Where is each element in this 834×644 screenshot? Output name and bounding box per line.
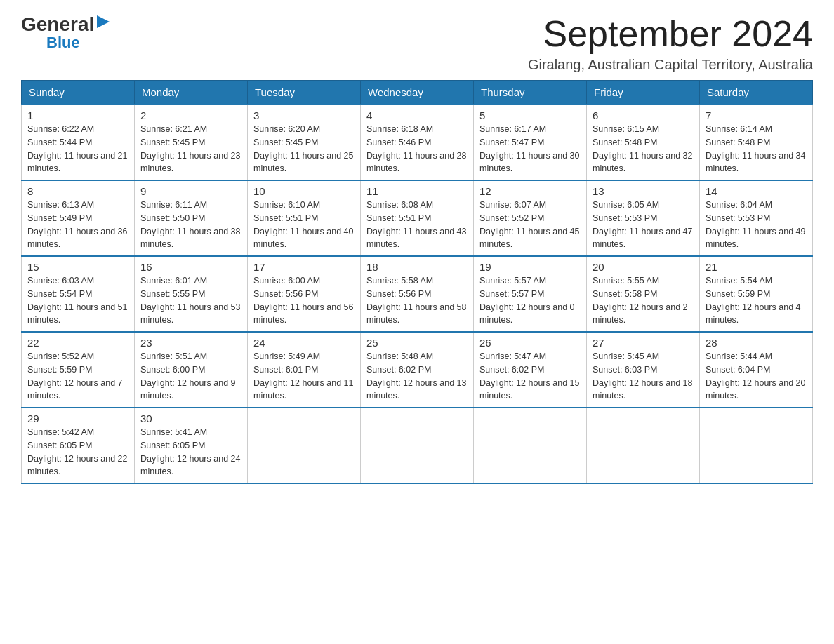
logo-general-text: General [21, 15, 94, 34]
calendar-cell: 9 Sunrise: 6:11 AM Sunset: 5:50 PM Dayli… [135, 180, 248, 256]
day-number: 9 [140, 185, 241, 197]
day-number: 17 [253, 261, 355, 273]
calendar-header-friday: Friday [587, 81, 700, 105]
title-section: September 2024 Giralang, Australian Capi… [528, 14, 813, 73]
day-number: 14 [706, 185, 807, 197]
day-info: Sunrise: 6:10 AM Sunset: 5:51 PM Dayligh… [253, 199, 355, 251]
logo-triangle-icon [95, 14, 111, 29]
calendar-cell [248, 408, 361, 483]
day-number: 7 [706, 109, 807, 121]
logo-blue-text: Blue [46, 35, 80, 51]
day-info: Sunrise: 5:52 AM Sunset: 5:59 PM Dayligh… [27, 350, 128, 403]
day-info: Sunrise: 5:57 AM Sunset: 5:57 PM Dayligh… [479, 274, 581, 327]
calendar-cell: 2 Sunrise: 6:21 AM Sunset: 5:45 PM Dayli… [135, 105, 248, 180]
day-number: 11 [366, 185, 468, 197]
day-number: 8 [27, 185, 128, 197]
calendar-cell: 10 Sunrise: 6:10 AM Sunset: 5:51 PM Dayl… [248, 180, 361, 256]
calendar-cell [700, 408, 813, 483]
calendar-cell: 22 Sunrise: 5:52 AM Sunset: 5:59 PM Dayl… [22, 332, 135, 408]
calendar-cell: 30 Sunrise: 5:41 AM Sunset: 6:05 PM Dayl… [135, 408, 248, 483]
location-subtitle: Giralang, Australian Capital Territory, … [528, 57, 813, 73]
calendar-cell: 15 Sunrise: 6:03 AM Sunset: 5:54 PM Dayl… [22, 256, 135, 332]
calendar-cell: 24 Sunrise: 5:49 AM Sunset: 6:01 PM Dayl… [248, 332, 361, 408]
calendar-cell: 20 Sunrise: 5:55 AM Sunset: 5:58 PM Dayl… [587, 256, 700, 332]
calendar-table: SundayMondayTuesdayWednesdayThursdayFrid… [21, 80, 813, 484]
calendar-header-wednesday: Wednesday [361, 81, 474, 105]
day-info: Sunrise: 6:15 AM Sunset: 5:48 PM Dayligh… [593, 123, 694, 175]
day-number: 28 [706, 337, 807, 349]
day-info: Sunrise: 6:07 AM Sunset: 5:52 PM Dayligh… [479, 199, 581, 251]
day-number: 16 [140, 261, 241, 273]
day-info: Sunrise: 6:08 AM Sunset: 5:51 PM Dayligh… [366, 199, 468, 251]
day-info: Sunrise: 6:14 AM Sunset: 5:48 PM Dayligh… [706, 123, 807, 175]
calendar-cell: 1 Sunrise: 6:22 AM Sunset: 5:44 PM Dayli… [22, 105, 135, 180]
calendar-cell: 16 Sunrise: 6:01 AM Sunset: 5:55 PM Dayl… [135, 256, 248, 332]
calendar-cell: 19 Sunrise: 5:57 AM Sunset: 5:57 PM Dayl… [474, 256, 587, 332]
day-number: 29 [27, 412, 128, 424]
day-number: 6 [593, 109, 694, 121]
day-info: Sunrise: 6:00 AM Sunset: 5:56 PM Dayligh… [253, 274, 355, 327]
calendar-cell: 3 Sunrise: 6:20 AM Sunset: 5:45 PM Dayli… [248, 105, 361, 180]
day-number: 21 [706, 261, 807, 273]
calendar-cell: 4 Sunrise: 6:18 AM Sunset: 5:46 PM Dayli… [361, 105, 474, 180]
day-info: Sunrise: 5:42 AM Sunset: 6:05 PM Dayligh… [27, 426, 128, 478]
calendar-cell: 23 Sunrise: 5:51 AM Sunset: 6:00 PM Dayl… [135, 332, 248, 408]
calendar-cell: 6 Sunrise: 6:15 AM Sunset: 5:48 PM Dayli… [587, 105, 700, 180]
day-info: Sunrise: 6:01 AM Sunset: 5:55 PM Dayligh… [140, 274, 241, 327]
calendar-cell: 12 Sunrise: 6:07 AM Sunset: 5:52 PM Dayl… [474, 180, 587, 256]
calendar-cell: 26 Sunrise: 5:47 AM Sunset: 6:02 PM Dayl… [474, 332, 587, 408]
day-number: 10 [253, 185, 355, 197]
day-info: Sunrise: 6:17 AM Sunset: 5:47 PM Dayligh… [479, 123, 581, 175]
calendar-cell: 21 Sunrise: 5:54 AM Sunset: 5:59 PM Dayl… [700, 256, 813, 332]
day-info: Sunrise: 6:04 AM Sunset: 5:53 PM Dayligh… [706, 199, 807, 251]
calendar-week-row: 8 Sunrise: 6:13 AM Sunset: 5:49 PM Dayli… [22, 180, 813, 256]
calendar-header-saturday: Saturday [700, 81, 813, 105]
day-number: 23 [140, 337, 241, 349]
day-number: 5 [479, 109, 581, 121]
calendar-cell: 28 Sunrise: 5:44 AM Sunset: 6:04 PM Dayl… [700, 332, 813, 408]
calendar-week-row: 22 Sunrise: 5:52 AM Sunset: 5:59 PM Dayl… [22, 332, 813, 408]
calendar-week-row: 29 Sunrise: 5:42 AM Sunset: 6:05 PM Dayl… [22, 408, 813, 483]
month-title: September 2024 [528, 14, 813, 54]
day-info: Sunrise: 6:20 AM Sunset: 5:45 PM Dayligh… [253, 123, 355, 175]
calendar-header-row: SundayMondayTuesdayWednesdayThursdayFrid… [22, 81, 813, 105]
day-number: 20 [593, 261, 694, 273]
calendar-cell: 11 Sunrise: 6:08 AM Sunset: 5:51 PM Dayl… [361, 180, 474, 256]
calendar-cell: 29 Sunrise: 5:42 AM Sunset: 6:05 PM Dayl… [22, 408, 135, 483]
day-info: Sunrise: 5:54 AM Sunset: 5:59 PM Dayligh… [706, 274, 807, 327]
day-number: 18 [366, 261, 468, 273]
page-header: General Blue September 2024 Giralang, Au… [21, 14, 813, 73]
day-number: 15 [27, 261, 128, 273]
day-info: Sunrise: 6:03 AM Sunset: 5:54 PM Dayligh… [27, 274, 128, 327]
calendar-cell: 17 Sunrise: 6:00 AM Sunset: 5:56 PM Dayl… [248, 256, 361, 332]
day-info: Sunrise: 6:21 AM Sunset: 5:45 PM Dayligh… [140, 123, 241, 175]
day-number: 19 [479, 261, 581, 273]
day-number: 24 [253, 337, 355, 349]
day-info: Sunrise: 5:45 AM Sunset: 6:03 PM Dayligh… [593, 350, 694, 403]
calendar-cell: 25 Sunrise: 5:48 AM Sunset: 6:02 PM Dayl… [361, 332, 474, 408]
day-info: Sunrise: 5:44 AM Sunset: 6:04 PM Dayligh… [706, 350, 807, 403]
calendar-cell: 18 Sunrise: 5:58 AM Sunset: 5:56 PM Dayl… [361, 256, 474, 332]
day-number: 26 [479, 337, 581, 349]
day-number: 27 [593, 337, 694, 349]
calendar-cell [474, 408, 587, 483]
day-info: Sunrise: 5:41 AM Sunset: 6:05 PM Dayligh… [140, 426, 241, 478]
calendar-cell: 14 Sunrise: 6:04 AM Sunset: 5:53 PM Dayl… [700, 180, 813, 256]
day-number: 2 [140, 109, 241, 121]
day-number: 13 [593, 185, 694, 197]
day-number: 4 [366, 109, 468, 121]
day-number: 25 [366, 337, 468, 349]
day-info: Sunrise: 6:11 AM Sunset: 5:50 PM Dayligh… [140, 199, 241, 251]
calendar-header-sunday: Sunday [22, 81, 135, 105]
day-info: Sunrise: 6:18 AM Sunset: 5:46 PM Dayligh… [366, 123, 468, 175]
calendar-header-tuesday: Tuesday [248, 81, 361, 105]
calendar-week-row: 15 Sunrise: 6:03 AM Sunset: 5:54 PM Dayl… [22, 256, 813, 332]
day-number: 3 [253, 109, 355, 121]
day-number: 30 [140, 412, 241, 424]
day-info: Sunrise: 5:47 AM Sunset: 6:02 PM Dayligh… [479, 350, 581, 403]
day-number: 1 [27, 109, 128, 121]
day-info: Sunrise: 6:22 AM Sunset: 5:44 PM Dayligh… [27, 123, 128, 175]
calendar-cell [587, 408, 700, 483]
day-info: Sunrise: 5:48 AM Sunset: 6:02 PM Dayligh… [366, 350, 468, 403]
day-info: Sunrise: 5:51 AM Sunset: 6:00 PM Dayligh… [140, 350, 241, 403]
